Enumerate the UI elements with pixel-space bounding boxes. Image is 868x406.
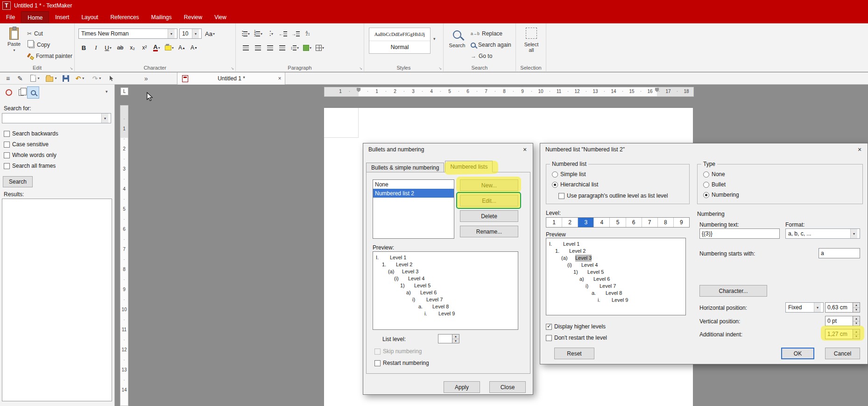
radio-option[interactable]: Bullet — [703, 181, 739, 188]
starts-with-input[interactable]: a — [819, 248, 860, 258]
paste-button[interactable]: Paste ▾ — [4, 27, 24, 65]
apply-button[interactable]: Apply — [444, 381, 480, 393]
spin-up-icon[interactable]: ▲ — [452, 335, 459, 339]
sidebar-search-icon[interactable] — [27, 86, 39, 99]
align-center-button[interactable] — [253, 42, 263, 53]
dialog-launcher-icon[interactable]: ↘ — [438, 66, 442, 71]
dialog-title-bar[interactable]: Numbered list "Numbered list 2" × — [540, 143, 868, 156]
styles-gallery-chevron-icon[interactable]: ▾ — [433, 36, 436, 41]
font-name-combobox[interactable]: Times New Roman ▾ — [78, 28, 177, 39]
spin-down-icon[interactable]: ▼ — [452, 339, 459, 343]
radio-option[interactable]: Numbering — [703, 192, 739, 198]
character-button[interactable]: Character... — [699, 285, 767, 297]
bullet-list-button[interactable]: • • •▾ — [240, 28, 251, 39]
chevron-down-icon[interactable]: ▾ — [101, 114, 108, 123]
spin-up-icon[interactable]: ▲ — [853, 329, 860, 335]
enlarge-font-button[interactable]: A▲ — [176, 42, 187, 53]
spin-down-icon[interactable]: ▼ — [853, 335, 860, 339]
radio-option[interactable]: Simple list — [552, 171, 598, 178]
copy-button[interactable]: Copy — [27, 40, 50, 50]
cut-button[interactable]: ✂ Cut — [27, 29, 43, 38]
results-listbox[interactable] — [2, 199, 112, 401]
dialog-side-button[interactable]: Edit... — [460, 195, 518, 207]
additional-indent-spinner[interactable]: 1,27 cm ▲▼ — [825, 329, 860, 339]
menu-item[interactable]: Home — [21, 11, 49, 23]
ok-button[interactable]: OK — [781, 348, 814, 359]
increase-indent-button[interactable]: → — [290, 28, 301, 39]
go-to-button[interactable]: → Go to — [471, 51, 492, 61]
close-icon[interactable]: × — [853, 144, 867, 155]
level-cell[interactable]: 3 — [578, 218, 594, 227]
dialog-side-button[interactable]: Delete — [460, 210, 518, 222]
multilevel-list-button[interactable]: • ◦ ▪▾ — [265, 28, 276, 39]
cancel-button[interactable]: Cancel — [825, 348, 860, 359]
chevron-down-icon[interactable]: ▾ — [168, 29, 175, 38]
spinner-arrows[interactable]: ▲▼ — [452, 334, 459, 343]
new-document-button[interactable]: ▾ — [28, 73, 42, 83]
close-icon[interactable]: × — [518, 144, 532, 155]
font-color-button[interactable]: A▾ — [151, 42, 162, 53]
v-ruler[interactable]: 1·2·3·4·5·6·7·8·9·10·11·12·13·14· — [120, 105, 128, 406]
menu-item[interactable]: Review — [178, 11, 208, 23]
menu-item[interactable]: Mailings — [145, 11, 178, 23]
level-cell[interactable]: 2 — [562, 218, 578, 227]
dialog-launcher-icon[interactable]: ↘ — [359, 66, 362, 71]
vertical-position-spinner[interactable]: 0 pt ▲▼ — [825, 316, 860, 326]
search-option-checkbox[interactable]: Search all frames — [4, 163, 58, 169]
replace-button[interactable]: a→b Replace — [471, 29, 502, 38]
level-cell[interactable]: 6 — [626, 218, 642, 227]
numbered-list-button[interactable]: 1 2 3▾ — [253, 28, 264, 39]
align-left-button[interactable] — [240, 42, 251, 53]
spin-down-icon[interactable]: ▼ — [853, 321, 860, 326]
decrease-indent-button[interactable]: ← — [277, 28, 289, 39]
subscript-button[interactable]: x₂ — [127, 42, 138, 53]
level-cell[interactable]: 4 — [594, 218, 610, 227]
level-cell[interactable]: 9 — [674, 218, 689, 227]
search-button-large[interactable]: Search — [446, 27, 468, 64]
dialog-checkbox[interactable]: Restart numbering — [374, 360, 429, 366]
line-spacing-button[interactable]: ↕▾ — [289, 42, 300, 53]
justify-button[interactable] — [277, 42, 288, 53]
save-button[interactable] — [61, 73, 71, 83]
redo-button[interactable]: ↷▾ — [90, 73, 104, 83]
search-option-checkbox[interactable]: Whole words only — [4, 152, 58, 158]
close-tab-icon[interactable]: × — [275, 75, 285, 82]
select-all-button[interactable]: Select all — [521, 27, 542, 64]
spin-up-icon[interactable]: ▲ — [853, 303, 860, 308]
close-button[interactable]: Close — [489, 381, 526, 393]
chevron-down-icon[interactable]: ▾ — [192, 29, 199, 38]
format-painter-button[interactable]: Format painter — [27, 51, 72, 61]
sort-button[interactable]: A Z↕ — [303, 28, 313, 39]
menu-item[interactable]: References — [104, 11, 145, 23]
search-again-button[interactable]: Search again — [471, 40, 511, 50]
dialog-side-button[interactable]: Rename... — [460, 226, 518, 237]
dialog-launcher-icon[interactable]: ↘ — [231, 66, 234, 71]
spinner-arrows[interactable]: ▲▼ — [853, 316, 860, 326]
list-item[interactable]: Numbered list 2 — [373, 189, 454, 198]
undo-button[interactable]: ↶▾ — [73, 73, 87, 83]
dialog-tab[interactable]: Bullets & simple numbering — [366, 163, 444, 172]
level-cell[interactable]: 5 — [610, 218, 626, 227]
pointer-tool-icon[interactable] — [106, 73, 117, 83]
list-item[interactable]: None — [373, 180, 454, 189]
sidebar-panel-chevron-icon[interactable]: ▾ — [106, 89, 108, 94]
strikethrough-button[interactable]: ab — [115, 42, 126, 53]
toolbar-overflow-chevron-icon[interactable]: » — [142, 73, 150, 83]
styles-gallery[interactable]: AaBbCcDdEeFfGgHhIiJj Normal — [369, 28, 430, 54]
dialog-tab[interactable]: Numbered lists — [445, 161, 493, 172]
reset-button[interactable]: Reset — [554, 348, 594, 359]
list-level-spinner[interactable]: ▲▼ — [438, 334, 459, 343]
search-option-checkbox[interactable]: Search backwards — [4, 130, 58, 137]
dialog-checkbox[interactable]: Display higher levels — [546, 323, 607, 330]
h-ruler[interactable]: 1·2·3·4·5·6·7·8·9·10·11·12·13·14·15·16·1… — [324, 87, 694, 97]
dialog-title-bar[interactable]: Bullets and numbering × — [363, 143, 533, 156]
search-option-checkbox[interactable]: Case sensitive — [4, 141, 58, 148]
numbered-lists-listbox[interactable]: None Numbered list 2 — [373, 179, 454, 239]
radio-option[interactable]: Hierarchical list — [552, 181, 598, 188]
level-cell[interactable]: 8 — [658, 218, 674, 227]
highlight-button[interactable]: ▾ — [163, 42, 175, 53]
shading-button[interactable]: ▾ — [302, 42, 313, 53]
numbering-text-input[interactable]: {(3)} — [699, 228, 780, 239]
bold-button[interactable]: B — [78, 42, 89, 53]
document-tab[interactable]: Untitled 1 * × — [177, 72, 285, 85]
